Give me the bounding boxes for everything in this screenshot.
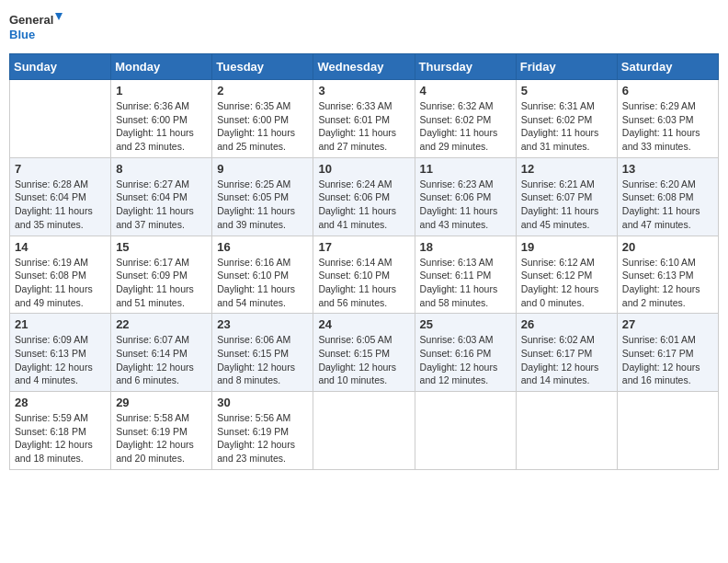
col-header-tuesday: Tuesday xyxy=(212,54,313,80)
cell-info-line: and 8 minutes. xyxy=(217,373,308,387)
day-number: 2 xyxy=(217,84,308,98)
cell-info-line: and 56 minutes. xyxy=(318,296,409,310)
calendar-cell: 8Sunrise: 6:27 AMSunset: 6:04 PMDaylight… xyxy=(111,157,212,236)
cell-info-line: Sunset: 6:19 PM xyxy=(116,425,207,439)
day-number: 28 xyxy=(15,396,106,409)
day-number: 29 xyxy=(116,396,207,409)
day-number: 25 xyxy=(420,317,511,331)
cell-info-line: Sunset: 6:15 PM xyxy=(318,347,409,361)
cell-info-line: Daylight: 12 hours xyxy=(521,361,612,374)
cell-info-line: and 27 minutes. xyxy=(318,140,409,154)
week-row-3: 14Sunrise: 6:19 AMSunset: 6:08 PMDayligh… xyxy=(10,236,719,314)
cell-info-line: Sunrise: 6:28 AM xyxy=(15,178,106,191)
cell-info-line: Sunrise: 6:32 AM xyxy=(420,99,511,113)
cell-info-line: Daylight: 11 hours xyxy=(420,282,511,296)
cell-info-line: Sunrise: 6:14 AM xyxy=(318,256,409,270)
cell-info-line: Sunset: 6:15 PM xyxy=(217,347,308,361)
calendar-cell: 3Sunrise: 6:33 AMSunset: 6:01 PMDaylight… xyxy=(313,80,415,158)
calendar-cell: 16Sunrise: 6:16 AMSunset: 6:10 PMDayligh… xyxy=(212,236,313,314)
cell-info-line: and 41 minutes. xyxy=(318,218,409,232)
day-number: 8 xyxy=(116,162,207,176)
cell-info-line: and 6 minutes. xyxy=(116,373,207,387)
cell-info-line: Daylight: 12 hours xyxy=(15,361,106,374)
cell-info-line: and 31 minutes. xyxy=(521,140,612,154)
calendar-cell: 26Sunrise: 6:02 AMSunset: 6:17 PMDayligh… xyxy=(516,314,617,392)
cell-info-line: and 43 minutes. xyxy=(420,218,511,232)
calendar-table: SundayMondayTuesdayWednesdayThursdayFrid… xyxy=(9,53,719,470)
col-header-thursday: Thursday xyxy=(415,54,516,80)
cell-info-line: Sunset: 6:00 PM xyxy=(217,113,308,127)
calendar-cell: 11Sunrise: 6:23 AMSunset: 6:06 PMDayligh… xyxy=(415,157,516,236)
calendar-cell: 13Sunrise: 6:20 AMSunset: 6:08 PMDayligh… xyxy=(617,157,718,236)
logo: General Blue xyxy=(9,9,64,46)
cell-info-line: Sunrise: 6:21 AM xyxy=(521,178,612,191)
cell-info-line: and 10 minutes. xyxy=(318,373,409,387)
calendar-cell: 25Sunrise: 6:03 AMSunset: 6:16 PMDayligh… xyxy=(415,314,516,392)
cell-info-line: Daylight: 11 hours xyxy=(15,282,106,296)
calendar-cell: 18Sunrise: 6:13 AMSunset: 6:11 PMDayligh… xyxy=(415,236,516,314)
cell-info-line: Sunrise: 6:20 AM xyxy=(622,178,713,191)
cell-info-line: and 0 minutes. xyxy=(521,296,612,310)
cell-info-line: Sunset: 6:03 PM xyxy=(622,113,713,127)
cell-info-line: Sunset: 6:13 PM xyxy=(622,269,713,282)
header-row: SundayMondayTuesdayWednesdayThursdayFrid… xyxy=(10,54,719,80)
cell-info-line: and 58 minutes. xyxy=(420,296,511,310)
day-number: 21 xyxy=(15,317,106,331)
cell-info-line: Sunrise: 6:13 AM xyxy=(420,256,511,270)
cell-info-line: Sunset: 6:06 PM xyxy=(318,190,409,204)
cell-info-line: and 49 minutes. xyxy=(15,296,106,310)
cell-info-line: Sunset: 6:17 PM xyxy=(622,347,713,361)
cell-info-line: and 4 minutes. xyxy=(15,373,106,387)
day-number: 3 xyxy=(318,84,409,98)
day-number: 20 xyxy=(622,240,713,254)
cell-info-line: and 47 minutes. xyxy=(622,218,713,232)
cell-info-line: Daylight: 11 hours xyxy=(420,204,511,218)
cell-info-line: Daylight: 11 hours xyxy=(116,126,207,140)
day-number: 9 xyxy=(217,162,308,176)
cell-info-line: Sunrise: 6:16 AM xyxy=(217,256,308,270)
cell-info-line: Sunset: 6:02 PM xyxy=(521,113,612,127)
day-number: 13 xyxy=(622,162,713,176)
svg-text:General: General xyxy=(9,13,53,27)
cell-info-line: Sunrise: 6:02 AM xyxy=(521,333,612,347)
col-header-wednesday: Wednesday xyxy=(313,54,415,80)
cell-info-line: and 25 minutes. xyxy=(217,140,308,154)
calendar-cell: 10Sunrise: 6:24 AMSunset: 6:06 PMDayligh… xyxy=(313,157,415,236)
cell-info-line: and 29 minutes. xyxy=(420,140,511,154)
cell-info-line: Sunset: 6:16 PM xyxy=(420,347,511,361)
calendar-cell: 20Sunrise: 6:10 AMSunset: 6:13 PMDayligh… xyxy=(617,236,718,314)
calendar-cell: 28Sunrise: 5:59 AMSunset: 6:18 PMDayligh… xyxy=(10,392,111,470)
calendar-cell: 27Sunrise: 6:01 AMSunset: 6:17 PMDayligh… xyxy=(617,314,718,392)
cell-info-line: Sunrise: 6:25 AM xyxy=(217,178,308,191)
calendar-cell: 12Sunrise: 6:21 AMSunset: 6:07 PMDayligh… xyxy=(516,157,617,236)
cell-info-line: and 45 minutes. xyxy=(521,218,612,232)
calendar-cell: 24Sunrise: 6:05 AMSunset: 6:15 PMDayligh… xyxy=(313,314,415,392)
cell-info-line: and 51 minutes. xyxy=(116,296,207,310)
day-number: 7 xyxy=(15,162,106,176)
calendar-cell: 2Sunrise: 6:35 AMSunset: 6:00 PMDaylight… xyxy=(212,80,313,158)
cell-info-line: Daylight: 11 hours xyxy=(622,204,713,218)
cell-info-line: Sunset: 6:10 PM xyxy=(318,269,409,282)
cell-info-line: Daylight: 11 hours xyxy=(217,126,308,140)
cell-info-line: and 20 minutes. xyxy=(116,452,207,465)
day-number: 23 xyxy=(217,317,308,331)
week-row-4: 21Sunrise: 6:09 AMSunset: 6:13 PMDayligh… xyxy=(10,314,719,392)
day-number: 10 xyxy=(318,162,409,176)
cell-info-line: Sunset: 6:04 PM xyxy=(15,190,106,204)
cell-info-line: Sunrise: 6:36 AM xyxy=(116,99,207,113)
cell-info-line: Daylight: 12 hours xyxy=(217,438,308,452)
cell-info-line: Sunset: 6:01 PM xyxy=(318,113,409,127)
cell-info-line: Daylight: 11 hours xyxy=(420,126,511,140)
day-number: 27 xyxy=(622,317,713,331)
cell-info-line: Sunset: 6:08 PM xyxy=(15,269,106,282)
cell-info-line: Sunset: 6:08 PM xyxy=(622,190,713,204)
calendar-cell xyxy=(10,80,111,158)
day-number: 11 xyxy=(420,162,511,176)
calendar-cell xyxy=(313,392,415,470)
cell-info-line: Daylight: 12 hours xyxy=(622,361,713,374)
week-row-5: 28Sunrise: 5:59 AMSunset: 6:18 PMDayligh… xyxy=(10,392,719,470)
day-number: 18 xyxy=(420,240,511,254)
cell-info-line: Sunrise: 6:35 AM xyxy=(217,99,308,113)
cell-info-line: Sunset: 6:11 PM xyxy=(420,269,511,282)
day-number: 26 xyxy=(521,317,612,331)
